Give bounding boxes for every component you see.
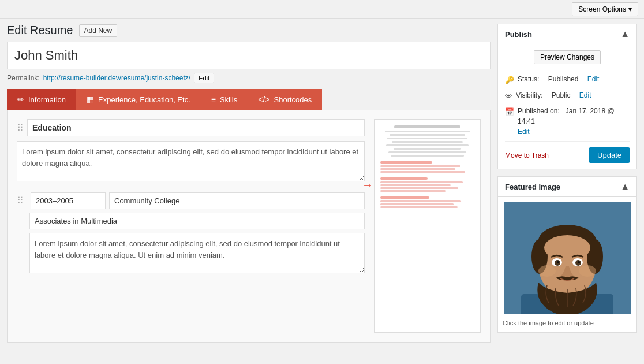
- list-icon: ≡: [211, 95, 216, 104]
- preview-panel: →: [374, 119, 481, 333]
- tab-information[interactable]: ✏ Information: [7, 89, 76, 110]
- featured-image-title: Featured Image: [505, 183, 560, 191]
- eye-icon: 👁: [505, 91, 512, 102]
- fields-column: ⠿ Lorem ipsum dolor sit amet, consectetu…: [17, 119, 365, 333]
- published-edit-link[interactable]: Edit: [518, 128, 530, 136]
- publish-actions-row: Move to Trash Update: [505, 147, 630, 163]
- drag-handle-education[interactable]: ⠿: [17, 122, 24, 133]
- education-description-textarea[interactable]: Lorem ipsum dolor sit amet, consectetur …: [17, 141, 365, 181]
- code-icon: </>: [258, 95, 269, 104]
- add-new-button[interactable]: Add New: [79, 24, 118, 37]
- permalink-link[interactable]: http://resume-builder.dev/resume/justin-…: [43, 74, 190, 82]
- publish-panel-body: Preview Changes 🔑 Status: Published Edit…: [498, 44, 636, 169]
- svg-point-16: [579, 265, 596, 277]
- tab-skills-label: Skills: [220, 95, 237, 104]
- tab-skills[interactable]: ≡ Skills: [201, 89, 248, 110]
- title-input[interactable]: [8, 42, 490, 69]
- preview-section-highlighted: →: [380, 161, 474, 208]
- permalink-row: Permalink: http://resume-builder.dev/res…: [7, 73, 491, 83]
- table-icon: ▦: [87, 95, 94, 104]
- title-input-wrap: [7, 42, 491, 69]
- publish-panel-header[interactable]: Publish ▲: [498, 24, 636, 44]
- featured-image-toggle-icon: ▲: [620, 181, 630, 192]
- calendar-icon: 📅: [505, 106, 514, 118]
- college-description-textarea[interactable]: Lorem ipsum dolor sit amet, consectetur …: [29, 233, 365, 273]
- content-area: ⠿ Lorem ipsum dolor sit amet, consectetu…: [7, 110, 491, 343]
- preview-wrap: →: [374, 119, 481, 333]
- featured-image-panel: Featured Image ▲: [497, 176, 637, 333]
- education-title-input[interactable]: [27, 119, 365, 136]
- svg-point-15: [538, 265, 556, 277]
- institution-input[interactable]: [109, 192, 365, 209]
- featured-image-panel-body: Click the image to edit or update: [498, 197, 636, 332]
- pencil-icon: ✏: [17, 95, 24, 104]
- status-row: 🔑 Status: Published Edit: [505, 74, 630, 86]
- update-button[interactable]: Update: [589, 147, 630, 163]
- preview-changes-button[interactable]: Preview Changes: [534, 50, 601, 64]
- move-to-trash-link[interactable]: Move to Trash: [505, 151, 549, 159]
- publish-panel: Publish ▲ Preview Changes 🔑 Status: Publ…: [497, 24, 637, 169]
- screen-options-button[interactable]: Screen Options: [572, 2, 638, 16]
- preview-column: →: [374, 119, 481, 333]
- featured-image-caption: Click the image to edit or update: [503, 316, 632, 328]
- degree-input[interactable]: [29, 213, 365, 229]
- tab-shortcodes-label: Shortcodes: [274, 95, 312, 104]
- arrow-indicator: →: [362, 178, 373, 191]
- drag-handle-college[interactable]: ⠿: [17, 195, 24, 206]
- svg-point-13: [557, 261, 559, 263]
- year-input[interactable]: [31, 192, 106, 209]
- featured-image[interactable]: [503, 202, 632, 314]
- svg-point-14: [578, 261, 580, 263]
- section-college: ⠿ Lorem ipsum dolor sit amet, consectetu…: [17, 192, 365, 275]
- tabs-bar: ✏ Information ▦ Experience, Education, E…: [7, 89, 491, 110]
- status-value: Published: [548, 74, 579, 84]
- visibility-value: Public: [552, 90, 571, 101]
- key-icon: 🔑: [505, 75, 514, 86]
- permalink-edit-button[interactable]: Edit: [194, 73, 214, 83]
- visibility-row: 👁 Visibility: Public Edit: [505, 90, 630, 102]
- status-label: Status:: [518, 74, 539, 84]
- featured-image-panel-header[interactable]: Featured Image ▲: [498, 177, 636, 197]
- page-title: Edit Resume: [7, 24, 73, 37]
- tab-information-label: Information: [28, 95, 66, 104]
- published-label: Published on:: [518, 107, 560, 115]
- preview-section-top: [380, 125, 474, 157]
- status-edit-link[interactable]: Edit: [587, 74, 600, 84]
- tab-experience-label: Experience, Education, Etc.: [98, 95, 190, 104]
- tab-shortcodes[interactable]: </> Shortcodes: [248, 89, 322, 110]
- publish-toggle-icon: ▲: [620, 29, 630, 39]
- published-date-row: 📅 Published on: Jan 17, 2018 @ 14:41 Edi…: [505, 106, 630, 137]
- publish-panel-title: Publish: [505, 30, 532, 39]
- section-education: ⠿ Lorem ipsum dolor sit amet, consectetu…: [17, 119, 365, 183]
- permalink-label: Permalink:: [7, 74, 40, 82]
- sidebar: Publish ▲ Preview Changes 🔑 Status: Publ…: [497, 24, 637, 343]
- visibility-edit-link[interactable]: Edit: [579, 90, 591, 101]
- tab-experience[interactable]: ▦ Experience, Education, Etc.: [76, 89, 201, 110]
- visibility-label: Visibility:: [516, 90, 542, 101]
